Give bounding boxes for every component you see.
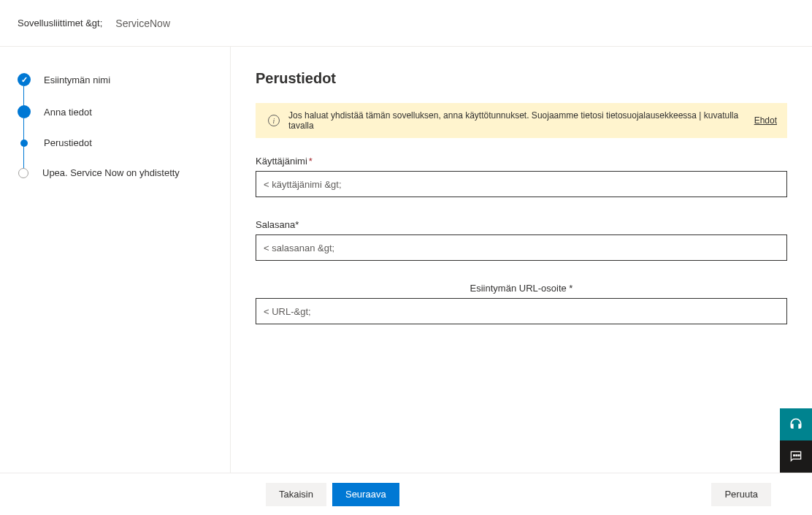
- side-actions: [780, 408, 812, 473]
- app-title: ServiceNow: [115, 18, 170, 29]
- terms-link[interactable]: Ehdot: [754, 115, 777, 126]
- header: Sovellusliittimet &gt; ServiceNow: [0, 0, 812, 47]
- support-button[interactable]: [780, 408, 812, 440]
- dot-icon: [20, 140, 28, 147]
- step-label: Perustiedot: [44, 137, 92, 148]
- field-username: Käyttäjänimi*: [256, 156, 787, 197]
- required-asterisk: *: [307, 156, 313, 167]
- cancel-button[interactable]: Peruuta: [711, 483, 771, 506]
- headset-icon: [789, 417, 803, 432]
- check-icon: [18, 73, 31, 86]
- step-provide-details[interactable]: Anna tiedot: [18, 105, 217, 118]
- step-label: Esiintymän nimi: [44, 75, 110, 85]
- field-url: Esiintymän URL-osoite *: [256, 283, 787, 324]
- field-password: Salasana*: [256, 219, 787, 261]
- password-label: Salasana*: [256, 219, 787, 230]
- password-input[interactable]: [256, 234, 787, 261]
- breadcrumb[interactable]: Sovellusliittimet &gt;: [18, 18, 102, 28]
- sidebar: Esiintymän nimi Anna tiedot Perustiedot …: [0, 47, 231, 473]
- back-button[interactable]: Takaisin: [266, 483, 326, 506]
- username-label: Käyttäjänimi*: [256, 156, 787, 167]
- url-input[interactable]: [256, 298, 787, 324]
- username-input[interactable]: [256, 171, 787, 197]
- step-connected: Upea. Service Now on yhdistetty: [18, 167, 217, 178]
- circle-icon: [18, 105, 31, 118]
- step-label: Anna tiedot: [44, 107, 92, 118]
- info-banner: i Jos haluat yhdistää tämän sovelluksen,…: [256, 103, 787, 138]
- info-text: Jos haluat yhdistää tämän sovelluksen, a…: [288, 110, 740, 131]
- info-icon: i: [268, 115, 280, 126]
- step-label: Upea. Service Now on yhdistetty: [42, 167, 180, 178]
- next-button[interactable]: Seuraava: [332, 483, 399, 506]
- empty-circle-icon: [18, 168, 28, 178]
- url-label: Esiintymän URL-osoite *: [256, 283, 787, 294]
- step-list: Esiintymän nimi Anna tiedot Perustiedot …: [18, 73, 217, 178]
- main-panel: Perustiedot i Jos haluat yhdistää tämän …: [231, 47, 812, 473]
- step-basic-info[interactable]: Perustiedot: [18, 137, 217, 148]
- body: Esiintymän nimi Anna tiedot Perustiedot …: [0, 47, 812, 473]
- chat-icon: [789, 449, 803, 464]
- page-title: Perustiedot: [256, 70, 787, 87]
- label-text: Käyttäjänimi: [256, 156, 307, 167]
- step-instance-name[interactable]: Esiintymän nimi: [18, 73, 217, 86]
- footer: Takaisin Seuraava Peruuta: [0, 473, 812, 515]
- feedback-button[interactable]: [780, 440, 812, 473]
